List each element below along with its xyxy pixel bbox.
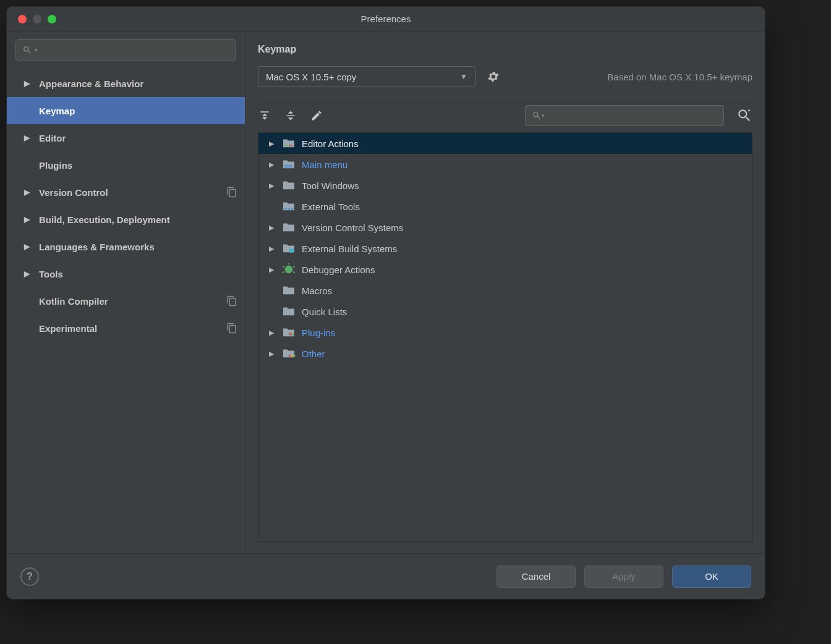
find-shortcut-icon bbox=[736, 108, 752, 124]
sidebar-item-label: Languages & Frameworks bbox=[39, 242, 237, 252]
tree-item-label: Other bbox=[302, 349, 325, 359]
chevron-right-icon: ▶ bbox=[20, 215, 33, 224]
chevron-right-icon: ▶ bbox=[267, 245, 276, 253]
gear-icon bbox=[487, 70, 500, 83]
sidebar-item-label: Keymap bbox=[39, 106, 237, 116]
chevron-right-icon: ▶ bbox=[20, 133, 33, 142]
chevron-right-icon: ▶ bbox=[20, 269, 33, 278]
separator bbox=[258, 96, 752, 96]
folder-icon bbox=[282, 242, 296, 255]
sidebar-item-label: Tools bbox=[39, 269, 237, 279]
folder-icon bbox=[282, 221, 296, 234]
keymap-search-field[interactable] bbox=[545, 110, 717, 121]
tree-item-label: External Tools bbox=[302, 201, 360, 212]
svg-point-8 bbox=[285, 265, 293, 273]
svg-point-13 bbox=[293, 354, 296, 357]
window-title: Preferences bbox=[7, 14, 765, 24]
expand-all-button[interactable] bbox=[258, 109, 271, 122]
sidebar-item-experimental[interactable]: ▶Experimental bbox=[7, 315, 245, 342]
chevron-right-icon: ▶ bbox=[267, 329, 276, 337]
pane-title: Keymap bbox=[258, 43, 752, 66]
chevron-right-icon: ▶ bbox=[267, 161, 276, 169]
keymap-search-input[interactable]: ▾ bbox=[525, 105, 724, 126]
keymap-tree[interactable]: ▶Editor Actions▶Main menu▶Tool Windows▶E… bbox=[258, 132, 752, 542]
sidebar-search-field[interactable] bbox=[40, 44, 229, 56]
collapse-all-button[interactable] bbox=[284, 109, 297, 122]
svg-rect-1 bbox=[289, 145, 292, 146]
pencil-icon bbox=[310, 109, 323, 122]
tree-item-macros[interactable]: ▶Macros bbox=[258, 280, 752, 301]
sidebar-item-kotlin-compiler[interactable]: ▶Kotlin Compiler bbox=[7, 287, 245, 315]
chevron-right-icon: ▶ bbox=[267, 266, 276, 274]
sidebar-item-keymap[interactable]: ▶Keymap bbox=[7, 97, 245, 124]
cancel-button[interactable]: Cancel bbox=[496, 566, 576, 588]
tree-item-main-menu[interactable]: ▶Main menu bbox=[258, 154, 752, 175]
search-icon bbox=[22, 45, 32, 55]
tree-item-label: Debugger Actions bbox=[302, 265, 375, 275]
sidebar-item-label: Experimental bbox=[39, 323, 220, 334]
keymap-pane: Keymap Mac OS X 10.5+ copy ▼ Based on Ma… bbox=[245, 32, 765, 553]
sidebar-item-build-execution-deployment[interactable]: ▶Build, Execution, Deployment bbox=[7, 206, 245, 233]
chevron-right-icon: ▶ bbox=[20, 188, 33, 197]
chevron-right-icon: ▶ bbox=[267, 182, 276, 190]
tree-item-version-control-systems[interactable]: ▶Version Control Systems bbox=[258, 217, 752, 238]
sidebar-item-version-control[interactable]: ▶Version Control bbox=[7, 179, 245, 206]
sidebar-item-label: Version Control bbox=[39, 187, 220, 198]
tree-item-external-tools[interactable]: ▶External Tools bbox=[258, 196, 752, 217]
edit-shortcut-button[interactable] bbox=[310, 109, 323, 122]
tree-item-label: Editor Actions bbox=[302, 138, 359, 149]
based-on-label: Based on Mac OS X 10.5+ keymap bbox=[607, 72, 752, 82]
tree-item-label: Version Control Systems bbox=[302, 222, 403, 233]
tree-item-plug-ins[interactable]: ▶Plug-ins bbox=[258, 322, 752, 343]
tree-item-label: External Build Systems bbox=[302, 244, 397, 254]
chevron-right-icon: ▶ bbox=[20, 242, 33, 251]
folder-icon bbox=[282, 263, 296, 276]
tree-item-label: Macros bbox=[302, 286, 332, 296]
tree-item-external-build-systems[interactable]: ▶External Build Systems bbox=[258, 238, 752, 259]
apply-button: Apply bbox=[584, 566, 663, 588]
folder-icon bbox=[282, 137, 296, 150]
chevron-down-icon: ▼ bbox=[460, 72, 467, 81]
folder-icon bbox=[282, 284, 296, 297]
sidebar-item-tools[interactable]: ▶Tools bbox=[7, 260, 245, 287]
svg-point-12 bbox=[291, 354, 294, 357]
sidebar-list: ▶Appearance & Behavior▶Keymap▶Editor▶Plu… bbox=[7, 67, 245, 553]
tree-item-tool-windows[interactable]: ▶Tool Windows bbox=[258, 175, 752, 196]
tree-item-other[interactable]: ▶Other bbox=[258, 343, 752, 364]
copy-settings-icon bbox=[226, 295, 237, 307]
help-button[interactable]: ? bbox=[20, 567, 39, 586]
chevron-right-icon: ▶ bbox=[267, 350, 276, 358]
sidebar-item-plugins[interactable]: ▶Plugins bbox=[7, 151, 245, 179]
find-by-shortcut-button[interactable] bbox=[736, 108, 752, 124]
chevron-down-icon: ▾ bbox=[35, 47, 38, 53]
search-icon bbox=[532, 111, 542, 121]
keymap-actions-button[interactable] bbox=[487, 70, 500, 83]
tree-item-label: Plug-ins bbox=[302, 328, 335, 338]
chevron-right-icon: ▶ bbox=[20, 79, 33, 88]
ok-button[interactable]: OK bbox=[672, 566, 751, 588]
tree-item-debugger-actions[interactable]: ▶Debugger Actions bbox=[258, 259, 752, 280]
sidebar-item-label: Build, Execution, Deployment bbox=[39, 214, 237, 225]
chevron-right-icon: ▶ bbox=[267, 224, 276, 232]
folder-icon bbox=[282, 305, 296, 318]
svg-rect-10 bbox=[292, 333, 294, 335]
dialog-footer: ? Cancel Apply OK bbox=[7, 553, 765, 599]
keymap-select[interactable]: Mac OS X 10.5+ copy ▼ bbox=[258, 66, 475, 87]
expand-all-icon bbox=[258, 109, 271, 122]
folder-icon bbox=[282, 200, 296, 213]
sidebar-item-editor[interactable]: ▶Editor bbox=[7, 124, 245, 151]
tree-item-label: Main menu bbox=[302, 159, 347, 170]
sidebar-search-input[interactable]: ▾ bbox=[15, 39, 236, 61]
sidebar-item-languages-frameworks[interactable]: ▶Languages & Frameworks bbox=[7, 233, 245, 260]
folder-icon bbox=[282, 179, 296, 192]
tree-item-quick-lists[interactable]: ▶Quick Lists bbox=[258, 301, 752, 322]
svg-point-11 bbox=[289, 354, 291, 357]
tree-item-label: Quick Lists bbox=[302, 307, 347, 317]
tree-item-editor-actions[interactable]: ▶Editor Actions bbox=[258, 133, 752, 154]
sidebar-item-label: Appearance & Behavior bbox=[39, 78, 237, 89]
svg-point-7 bbox=[289, 248, 294, 252]
svg-rect-5 bbox=[288, 208, 290, 210]
sidebar-item-appearance-behavior[interactable]: ▶Appearance & Behavior bbox=[7, 70, 245, 97]
svg-rect-4 bbox=[284, 208, 287, 210]
titlebar: Preferences bbox=[7, 7, 765, 32]
